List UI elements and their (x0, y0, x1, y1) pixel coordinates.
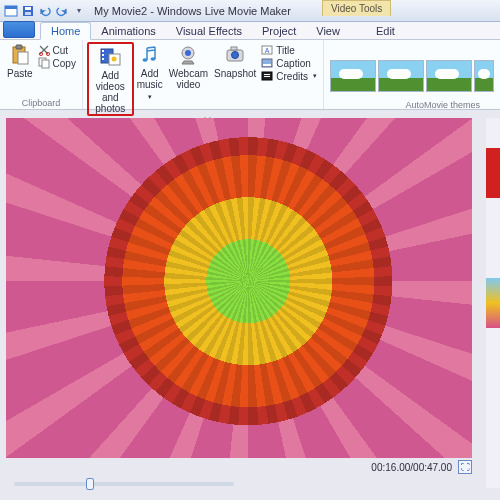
title-button[interactable]: ATitle (261, 44, 317, 56)
tab-view[interactable]: View (306, 23, 350, 39)
contextual-tab-video-tools[interactable]: Video Tools (322, 0, 391, 16)
cut-button[interactable]: Cut (38, 44, 76, 56)
svg-rect-4 (25, 12, 31, 15)
save-icon[interactable] (21, 4, 35, 18)
svg-point-18 (142, 58, 147, 62)
paste-button[interactable]: Paste (4, 42, 36, 79)
add-videos-photos-label: Add videos and photos (92, 70, 129, 114)
svg-rect-15 (102, 58, 104, 60)
playback-slider[interactable] (14, 482, 234, 486)
svg-rect-3 (25, 7, 31, 10)
svg-rect-1 (5, 6, 17, 9)
playback-slider-thumb[interactable] (86, 478, 94, 490)
playback-time: 00:16.00/00:47.00 (371, 462, 452, 473)
svg-point-8 (39, 52, 42, 55)
tab-project[interactable]: Project (252, 23, 306, 39)
group-label-automovie: AutoMovie themes (405, 100, 480, 110)
music-icon (139, 44, 161, 66)
qat-dropdown-icon[interactable]: ▾ (72, 4, 86, 18)
paste-icon (9, 44, 31, 66)
snapshot-icon (224, 44, 246, 66)
add-videos-photos-button[interactable]: Add videos and photos (87, 42, 134, 116)
credits-icon (261, 70, 273, 82)
ribbon-tabs: Home Animations Visual Effects Project V… (0, 22, 500, 40)
svg-rect-14 (102, 54, 104, 56)
cut-label: Cut (53, 45, 69, 56)
paste-label: Paste (7, 68, 33, 79)
video-preview (6, 118, 472, 458)
app-menu-icon[interactable] (4, 4, 18, 18)
cut-icon (38, 44, 50, 56)
webcam-video-button[interactable]: Webcam video (166, 42, 211, 90)
svg-point-24 (232, 52, 239, 59)
snapshot-button[interactable]: Snapshot (211, 42, 259, 79)
storyboard-strip (486, 118, 500, 488)
caption-icon (261, 57, 273, 69)
caption-label: Caption (276, 58, 310, 69)
title-bar: ▾ My Movie2 - Windows Live Movie Maker V… (0, 0, 500, 22)
group-automovie (324, 40, 500, 109)
group-add: Add videos and photos Add music ▾ Webcam… (83, 40, 324, 109)
tab-home[interactable]: Home (40, 22, 91, 40)
window-title: My Movie2 - Windows Live Movie Maker (94, 5, 291, 17)
svg-rect-13 (102, 50, 104, 52)
quick-access-toolbar: ▾ (0, 4, 90, 18)
tab-animations[interactable]: Animations (91, 23, 165, 39)
copy-button[interactable]: Copy (38, 57, 76, 69)
automovie-theme-2[interactable] (378, 60, 424, 92)
group-clipboard: Paste Cut Copy Clipboard (0, 40, 83, 109)
playback-status: 00:16.00/00:47.00 ⛶ (6, 460, 472, 474)
preview-frame-image (6, 118, 472, 458)
group-label-clipboard: Clipboard (4, 98, 78, 109)
undo-icon[interactable] (38, 4, 52, 18)
svg-rect-31 (264, 76, 270, 77)
redo-icon[interactable] (55, 4, 69, 18)
title-icon: A (261, 44, 273, 56)
caption-button[interactable]: Caption (261, 57, 317, 69)
svg-point-21 (185, 50, 191, 56)
svg-rect-28 (263, 64, 271, 66)
add-music-label: Add music ▾ (137, 68, 163, 102)
credits-label: Credits (276, 71, 308, 82)
svg-rect-23 (231, 47, 237, 50)
add-music-button[interactable]: Add music ▾ (134, 42, 166, 102)
automovie-theme-4[interactable] (474, 60, 494, 92)
tab-edit[interactable]: Edit (366, 23, 405, 39)
webcam-video-label: Webcam video (169, 68, 208, 90)
film-photo-icon (99, 46, 121, 68)
svg-rect-11 (42, 60, 49, 68)
title-label: Title (276, 45, 295, 56)
fullscreen-button[interactable]: ⛶ (458, 460, 472, 474)
copy-icon (38, 57, 50, 69)
svg-text:A: A (265, 47, 270, 54)
copy-label: Copy (53, 58, 76, 69)
storyboard-clip-1[interactable] (486, 148, 500, 198)
tab-visual-effects[interactable]: Visual Effects (166, 23, 252, 39)
file-menu-button[interactable] (3, 21, 35, 38)
svg-point-17 (112, 57, 117, 62)
webcam-icon (177, 44, 199, 66)
credits-button[interactable]: Credits▾ (261, 70, 317, 82)
svg-rect-30 (264, 74, 270, 75)
svg-rect-7 (18, 52, 28, 64)
storyboard-clip-2[interactable] (486, 278, 500, 328)
automovie-theme-1[interactable] (330, 60, 376, 92)
svg-rect-6 (16, 45, 22, 49)
automovie-theme-3[interactable] (426, 60, 472, 92)
svg-point-19 (150, 57, 155, 61)
snapshot-label: Snapshot (214, 68, 256, 79)
